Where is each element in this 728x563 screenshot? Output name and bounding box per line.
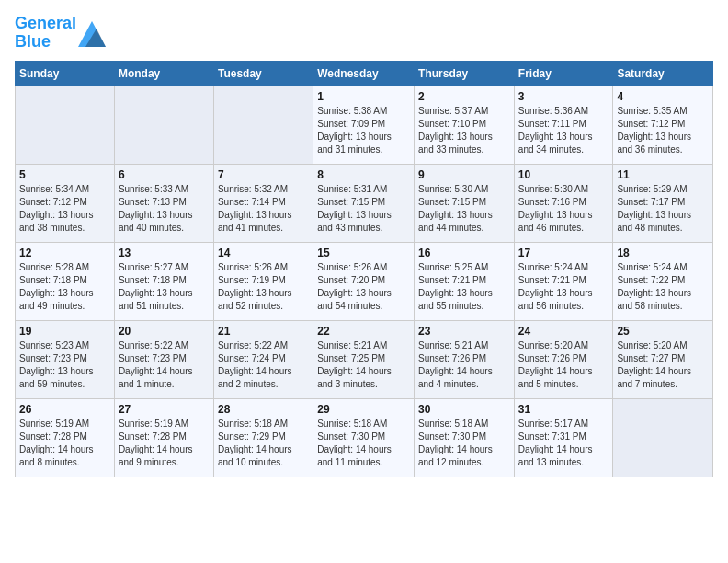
week-row-2: 5Sunrise: 5:34 AM Sunset: 7:12 PM Daylig… [16,164,713,242]
day-cell: 4Sunrise: 5:35 AM Sunset: 7:12 PM Daylig… [613,86,713,164]
day-cell: 14Sunrise: 5:26 AM Sunset: 7:19 PM Dayli… [213,242,313,320]
day-number: 20 [119,325,210,338]
logo: General Blue [15,15,106,52]
day-number: 26 [19,403,110,416]
day-info: Sunrise: 5:31 AM Sunset: 7:15 PM Dayligh… [317,183,410,235]
day-info: Sunrise: 5:34 AM Sunset: 7:12 PM Dayligh… [19,183,110,235]
col-header-thursday: Thursday [415,61,515,86]
day-number: 2 [418,90,510,103]
day-cell: 28Sunrise: 5:18 AM Sunset: 7:29 PM Dayli… [213,398,313,477]
day-cell: 17Sunrise: 5:24 AM Sunset: 7:21 PM Dayli… [514,242,613,320]
day-number: 31 [518,403,609,416]
day-info: Sunrise: 5:26 AM Sunset: 7:19 PM Dayligh… [218,261,309,313]
day-cell: 15Sunrise: 5:26 AM Sunset: 7:20 PM Dayli… [313,242,415,320]
day-cell: 27Sunrise: 5:19 AM Sunset: 7:28 PM Dayli… [114,398,213,477]
week-row-5: 26Sunrise: 5:19 AM Sunset: 7:28 PM Dayli… [16,398,713,477]
day-info: Sunrise: 5:27 AM Sunset: 7:18 PM Dayligh… [119,261,210,313]
day-cell: 12Sunrise: 5:28 AM Sunset: 7:18 PM Dayli… [16,242,115,320]
day-number: 6 [119,168,210,181]
day-cell: 30Sunrise: 5:18 AM Sunset: 7:30 PM Dayli… [415,398,515,477]
day-cell [16,86,115,164]
day-info: Sunrise: 5:30 AM Sunset: 7:16 PM Dayligh… [518,183,609,235]
col-header-sunday: Sunday [16,61,115,86]
day-cell: 13Sunrise: 5:27 AM Sunset: 7:18 PM Dayli… [114,242,213,320]
day-cell: 19Sunrise: 5:23 AM Sunset: 7:23 PM Dayli… [16,320,115,398]
day-number: 1 [317,90,410,103]
day-info: Sunrise: 5:21 AM Sunset: 7:26 PM Dayligh… [418,339,510,391]
day-info: Sunrise: 5:18 AM Sunset: 7:30 PM Dayligh… [317,418,410,469]
day-info: Sunrise: 5:23 AM Sunset: 7:23 PM Dayligh… [19,339,110,391]
day-info: Sunrise: 5:26 AM Sunset: 7:20 PM Dayligh… [317,261,410,313]
day-number: 23 [418,325,510,338]
day-number: 17 [518,247,609,259]
day-number: 13 [119,247,210,259]
day-number: 19 [19,325,110,338]
day-number: 14 [218,247,309,259]
day-info: Sunrise: 5:24 AM Sunset: 7:22 PM Dayligh… [617,261,709,313]
day-cell: 16Sunrise: 5:25 AM Sunset: 7:21 PM Dayli… [415,242,515,320]
day-cell: 31Sunrise: 5:17 AM Sunset: 7:31 PM Dayli… [514,398,613,477]
day-cell: 10Sunrise: 5:30 AM Sunset: 7:16 PM Dayli… [514,164,613,242]
day-cell: 9Sunrise: 5:30 AM Sunset: 7:15 PM Daylig… [415,164,515,242]
week-row-3: 12Sunrise: 5:28 AM Sunset: 7:18 PM Dayli… [16,242,713,320]
day-cell: 23Sunrise: 5:21 AM Sunset: 7:26 PM Dayli… [415,320,515,398]
day-number: 11 [617,168,709,181]
day-cell [213,86,313,164]
day-info: Sunrise: 5:36 AM Sunset: 7:11 PM Dayligh… [518,105,609,156]
header-row: SundayMondayTuesdayWednesdayThursdayFrid… [16,61,713,86]
day-info: Sunrise: 5:38 AM Sunset: 7:09 PM Dayligh… [317,105,410,156]
day-number: 24 [518,325,609,338]
logo-icon [78,21,106,47]
day-cell: 6Sunrise: 5:33 AM Sunset: 7:13 PM Daylig… [114,164,213,242]
day-info: Sunrise: 5:35 AM Sunset: 7:12 PM Dayligh… [617,105,709,156]
day-info: Sunrise: 5:24 AM Sunset: 7:21 PM Dayligh… [518,261,609,313]
day-info: Sunrise: 5:18 AM Sunset: 7:30 PM Dayligh… [418,418,510,469]
day-info: Sunrise: 5:17 AM Sunset: 7:31 PM Dayligh… [518,418,609,469]
day-info: Sunrise: 5:28 AM Sunset: 7:18 PM Dayligh… [19,261,110,313]
col-header-saturday: Saturday [613,61,713,86]
day-number: 21 [218,325,309,338]
day-cell: 7Sunrise: 5:32 AM Sunset: 7:14 PM Daylig… [213,164,313,242]
day-cell [114,86,213,164]
day-info: Sunrise: 5:25 AM Sunset: 7:21 PM Dayligh… [418,261,510,313]
calendar-table: SundayMondayTuesdayWednesdayThursdayFrid… [15,61,713,477]
day-info: Sunrise: 5:33 AM Sunset: 7:13 PM Dayligh… [119,183,210,235]
day-info: Sunrise: 5:20 AM Sunset: 7:26 PM Dayligh… [518,339,609,391]
day-cell: 11Sunrise: 5:29 AM Sunset: 7:17 PM Dayli… [613,164,713,242]
logo-general: General [15,14,76,32]
day-number: 4 [617,90,709,103]
day-cell: 22Sunrise: 5:21 AM Sunset: 7:25 PM Dayli… [313,320,415,398]
day-cell: 20Sunrise: 5:22 AM Sunset: 7:23 PM Dayli… [114,320,213,398]
day-number: 22 [317,325,410,338]
day-info: Sunrise: 5:37 AM Sunset: 7:10 PM Dayligh… [418,105,510,156]
day-number: 29 [317,403,410,416]
day-info: Sunrise: 5:18 AM Sunset: 7:29 PM Dayligh… [218,418,309,469]
day-cell: 24Sunrise: 5:20 AM Sunset: 7:26 PM Dayli… [514,320,613,398]
day-cell: 18Sunrise: 5:24 AM Sunset: 7:22 PM Dayli… [613,242,713,320]
logo-blue: Blue [15,32,51,51]
day-cell: 3Sunrise: 5:36 AM Sunset: 7:11 PM Daylig… [514,86,613,164]
day-number: 16 [418,247,510,259]
day-cell: 25Sunrise: 5:20 AM Sunset: 7:27 PM Dayli… [613,320,713,398]
day-info: Sunrise: 5:20 AM Sunset: 7:27 PM Dayligh… [617,339,709,391]
day-info: Sunrise: 5:21 AM Sunset: 7:25 PM Dayligh… [317,339,410,391]
day-number: 5 [19,168,110,181]
day-info: Sunrise: 5:19 AM Sunset: 7:28 PM Dayligh… [19,418,110,469]
day-cell: 2Sunrise: 5:37 AM Sunset: 7:10 PM Daylig… [415,86,515,164]
day-number: 8 [317,168,410,181]
page-header: General Blue [15,15,713,52]
day-info: Sunrise: 5:22 AM Sunset: 7:23 PM Dayligh… [119,339,210,391]
day-number: 18 [617,247,709,259]
day-number: 27 [119,403,210,416]
day-cell: 21Sunrise: 5:22 AM Sunset: 7:24 PM Dayli… [213,320,313,398]
day-info: Sunrise: 5:29 AM Sunset: 7:17 PM Dayligh… [617,183,709,235]
day-number: 9 [418,168,510,181]
week-row-1: 1Sunrise: 5:38 AM Sunset: 7:09 PM Daylig… [16,86,713,164]
day-info: Sunrise: 5:19 AM Sunset: 7:28 PM Dayligh… [119,418,210,469]
day-number: 30 [418,403,510,416]
day-number: 10 [518,168,609,181]
day-number: 28 [218,403,309,416]
day-number: 15 [317,247,410,259]
day-cell: 5Sunrise: 5:34 AM Sunset: 7:12 PM Daylig… [16,164,115,242]
day-cell [613,398,713,477]
